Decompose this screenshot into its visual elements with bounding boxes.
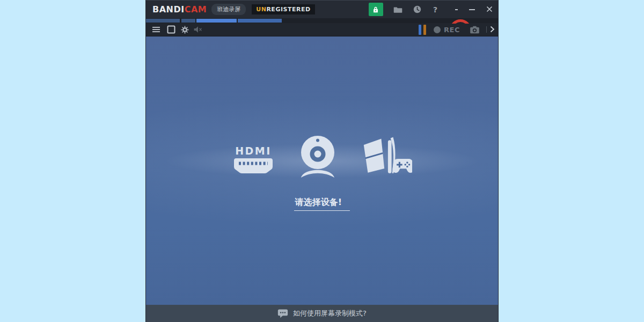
hdmi-device-icon[interactable]: HDMI — [232, 145, 275, 181]
output-folder-button[interactable] — [393, 5, 402, 14]
settings-button[interactable] — [179, 24, 191, 35]
rectangle-icon — [167, 25, 175, 34]
audio-meter-blue-bar — [419, 25, 421, 35]
camera-icon — [470, 25, 480, 34]
titlebar-actions: ? — [369, 3, 493, 16]
timeline-segment — [196, 19, 237, 23]
speech-bubble-icon — [277, 309, 288, 318]
toolbar: REC — [146, 23, 498, 36]
footer-help-text: 如何使用屏幕录制模式? — [293, 309, 367, 318]
toolbar-right: REC — [419, 24, 495, 35]
record-label: REC — [444, 26, 460, 34]
help-button[interactable]: ? — [432, 5, 438, 14]
device-icons-row: HDMI — [232, 135, 412, 181]
register-button[interactable] — [369, 3, 383, 16]
expand-panel-button[interactable] — [490, 25, 495, 35]
hamburger-icon — [152, 26, 160, 33]
app-logo-cam: CAM — [185, 4, 207, 14]
unregistered-badge[interactable]: UNREGISTERED — [252, 4, 314, 14]
toolbar-separator — [486, 26, 487, 33]
timeline-segment — [181, 19, 195, 23]
device-select-area: HDMI — [146, 36, 498, 305]
schedule-button[interactable] — [413, 5, 422, 14]
audio-level-meter — [419, 25, 426, 35]
close-button[interactable] — [486, 4, 493, 14]
window-controls — [455, 4, 493, 14]
bandicam-window: BANDICAM 班迪录屏 UNREGISTERED — [146, 0, 498, 322]
lock-icon — [371, 5, 380, 14]
app-logo: BANDICAM — [152, 4, 207, 14]
record-button[interactable]: REC — [434, 26, 460, 34]
app-logo-bandi: BANDI — [152, 4, 185, 14]
record-dot-icon — [434, 26, 441, 33]
folder-icon — [394, 7, 402, 12]
mute-button[interactable] — [192, 24, 204, 35]
small-dash-icon — [455, 9, 458, 10]
close-icon — [486, 6, 493, 12]
screenshot-button[interactable] — [469, 24, 480, 35]
footer-help-bar[interactable]: 如何使用屏幕录制模式? — [146, 305, 498, 322]
speaker-muted-icon — [193, 25, 203, 34]
select-device-prompt[interactable]: 请选择设备! — [294, 197, 350, 211]
timeline-strip — [146, 18, 498, 23]
unregistered-badge-rest: REGISTERED — [266, 6, 310, 13]
gear-icon — [180, 25, 189, 34]
titlebar: BANDICAM 班迪录屏 UNREGISTERED — [146, 0, 498, 18]
timeline-segment — [238, 19, 282, 23]
webcam-device-icon[interactable] — [298, 135, 337, 181]
recording-area-button[interactable] — [165, 24, 177, 35]
unregistered-badge-un: UN — [256, 6, 266, 13]
game-console-device-icon[interactable] — [361, 136, 412, 181]
svg-text:HDMI: HDMI — [235, 145, 272, 157]
edition-badge: 班迪录屏 — [211, 4, 246, 15]
chevron-right-icon — [490, 26, 495, 33]
audio-meter-orange-bar — [423, 25, 426, 35]
mascot-red-arc — [450, 19, 471, 24]
minimize-button[interactable] — [469, 9, 475, 10]
minimize-to-tray-button[interactable] — [455, 9, 458, 10]
main-menu-button[interactable] — [150, 24, 162, 35]
minimize-icon — [469, 9, 475, 10]
timeline-segment — [146, 19, 180, 23]
